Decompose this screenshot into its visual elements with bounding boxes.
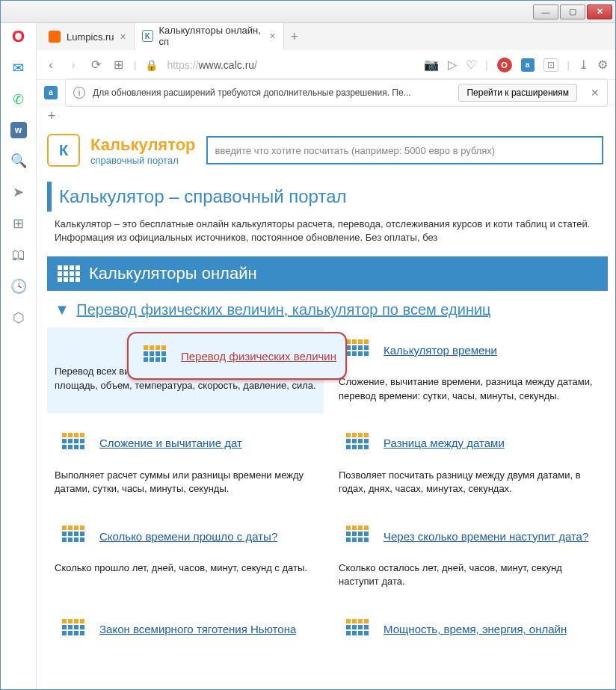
package-icon[interactable]: ⬡ — [10, 309, 28, 327]
apps-icon[interactable]: ⊞ — [10, 215, 28, 232]
page-heading-wrap: Калькулятор – справочный портал — [47, 182, 615, 212]
reader-icon[interactable]: ▷ — [448, 58, 457, 72]
close-window-button[interactable]: ✕ — [587, 4, 612, 19]
notification-close-icon[interactable]: ✕ — [591, 87, 600, 99]
messenger-icon[interactable]: ✉ — [10, 59, 28, 77]
site-search-input[interactable]: введите что хотите посчитать (например: … — [206, 136, 603, 164]
translate-ext-icon[interactable]: a — [521, 58, 535, 72]
card-grid-icon — [136, 339, 173, 372]
easy-setup-icon[interactable]: ⚙ — [597, 58, 608, 72]
notification-text: Для обновления расширений требуются допо… — [93, 87, 451, 98]
site-logo-text[interactable]: Калькулятор справочный портал — [90, 135, 196, 166]
section-label: Калькуляторы онлайн — [89, 264, 257, 283]
card-description: Сколько осталось лет, дней, часов, минут… — [339, 561, 600, 588]
site-header: К Калькулятор справочный портал введите … — [40, 129, 615, 171]
opera-badge-icon[interactable]: O — [497, 58, 512, 73]
favicon-calc: К — [142, 30, 153, 42]
url-protocol: https:// — [167, 59, 198, 71]
card-grid-icon — [55, 613, 92, 646]
card: Сколько времени прошло с даты?Сколько пр… — [47, 514, 324, 599]
notification-bar: i Для обновления расширений требуются до… — [65, 78, 608, 107]
add-subtab-button[interactable]: + — [44, 108, 59, 124]
card-link[interactable]: Сколько времени прошло с даты? — [99, 530, 277, 543]
reload-button[interactable]: ⟳ — [89, 58, 102, 72]
url-domain: www.calc.ru — [198, 59, 254, 71]
card-grid-icon — [339, 427, 376, 460]
highlighted-card: Перевод физических величин — [127, 332, 347, 380]
triangle-icon: ▼ — [55, 301, 70, 318]
heart-icon[interactable]: ♡ — [466, 58, 476, 72]
tab-label: Калькуляторы онлайн, сп — [159, 25, 264, 47]
history-icon[interactable]: 🕓 — [10, 277, 28, 295]
card: Закон всемирного тяготения Ньютона — [47, 607, 324, 665]
search-sidebar-icon[interactable]: 🔍 — [10, 152, 28, 170]
opera-logo-icon[interactable]: O — [10, 28, 28, 46]
card-link[interactable]: Калькулятор времени — [384, 344, 497, 357]
card-link[interactable]: Через сколько времени наступит дата? — [384, 530, 588, 543]
page-title: Калькулятор – справочный портал — [59, 186, 608, 207]
browser-sidebar: O ✉ ✆ w 🔍 ➤ ⊞ 🕮 🕓 ⬡ — [1, 23, 37, 689]
tab-label: Lumpics.ru — [67, 31, 114, 43]
address-bar[interactable]: https://www.calc.ru/ — [167, 59, 415, 71]
card: Разница между датамиПозволяет посчитать … — [331, 421, 608, 506]
logo-subtitle: справочный портал — [90, 155, 196, 166]
grid-icon — [58, 265, 80, 282]
card-description: Позволяет посчитать разницу между двумя … — [339, 469, 600, 496]
speed-dial-icon[interactable]: ⊞ — [111, 58, 125, 72]
extension-menu-icon[interactable]: ⊡ — [543, 58, 558, 72]
card-link[interactable]: Разница между датами — [384, 437, 505, 449]
subsection-link[interactable]: Перевод физических величин, калькулятор … — [76, 301, 490, 318]
back-button[interactable]: ‹ — [44, 58, 58, 72]
card-description: Сколько прошло лет, дней, часов, минут, … — [55, 561, 316, 575]
card-grid-icon — [339, 520, 376, 552]
page-content: К Калькулятор справочный портал введите … — [37, 126, 615, 689]
tab-calc[interactable]: К Калькуляторы онлайн, сп × — [135, 23, 284, 50]
new-tab-button[interactable]: + — [284, 23, 305, 50]
card-description: Выполняет расчет суммы или разницы време… — [55, 469, 316, 496]
card: Мощность, время, энергия, онлайн — [331, 607, 608, 665]
url-path: / — [254, 59, 257, 71]
card-grid-icon — [55, 427, 92, 460]
sub-toolbar: a i Для обновления расширений требуются … — [37, 80, 615, 105]
card-description: Сложение, вычитание времени, разница меж… — [339, 375, 600, 402]
bookmark-sidebar-icon[interactable]: 🕮 — [10, 246, 28, 264]
site-logo-icon[interactable]: К — [47, 134, 80, 167]
page-intro-text: Калькулятор – это бесплатные онлайн каль… — [40, 218, 615, 252]
tab-bar: Lumpics.ru × К Калькуляторы онлайн, сп ×… — [37, 23, 615, 50]
address-bar-row: ‹ › ⟳ ⊞ | 🔒 https://www.calc.ru/ 📷 ▷ ♡ |… — [37, 50, 615, 80]
card-link-highlighted[interactable]: Перевод физических величин — [181, 350, 336, 363]
minimize-button[interactable]: — — [533, 4, 558, 19]
lock-icon[interactable]: 🔒 — [145, 59, 158, 71]
subsection-heading: ▼ Перевод физических величин, калькулято… — [40, 298, 615, 327]
window-titlebar: — ▢ ✕ — [1, 1, 615, 23]
card: Калькулятор времениСложение, вычитание в… — [331, 327, 608, 413]
card-grid-icon — [339, 613, 376, 646]
subtab-row: + — [37, 105, 615, 126]
card-link[interactable]: Сложение и вычитание дат — [99, 437, 242, 449]
toolbar-icons: 📷 ▷ ♡ | O a ⊡ | ⤓ ⚙ — [424, 58, 608, 73]
tab-lumpics[interactable]: Lumpics.ru × — [41, 23, 135, 50]
section-title: Калькуляторы онлайн — [47, 256, 608, 291]
info-icon: i — [73, 87, 85, 99]
send-icon[interactable]: ➤ — [10, 183, 28, 201]
tab-close-icon[interactable]: × — [270, 30, 276, 42]
downloads-icon[interactable]: ⤓ — [579, 58, 588, 72]
vk-icon[interactable]: w — [10, 122, 27, 138]
goto-extensions-button[interactable]: Перейти к расширениям — [458, 84, 577, 102]
maximize-button[interactable]: ▢ — [560, 4, 585, 19]
card-link[interactable]: Закон всемирного тяготения Ньютона — [99, 623, 296, 635]
snapshot-icon[interactable]: 📷 — [424, 58, 439, 72]
forward-button[interactable]: › — [67, 58, 80, 72]
translate-mini-icon[interactable]: a — [44, 86, 58, 99]
card-link[interactable]: Мощность, время, энергия, онлайн — [384, 623, 567, 635]
tab-close-icon[interactable]: × — [120, 31, 126, 43]
favicon-lumpics — [49, 31, 61, 43]
card: Через сколько времени наступит дата?Скол… — [331, 514, 608, 599]
logo-title: Калькулятор — [90, 135, 196, 155]
whatsapp-icon[interactable]: ✆ — [10, 90, 28, 108]
card-grid-icon — [55, 520, 92, 552]
card: Сложение и вычитание датВыполняет расчет… — [47, 421, 324, 506]
